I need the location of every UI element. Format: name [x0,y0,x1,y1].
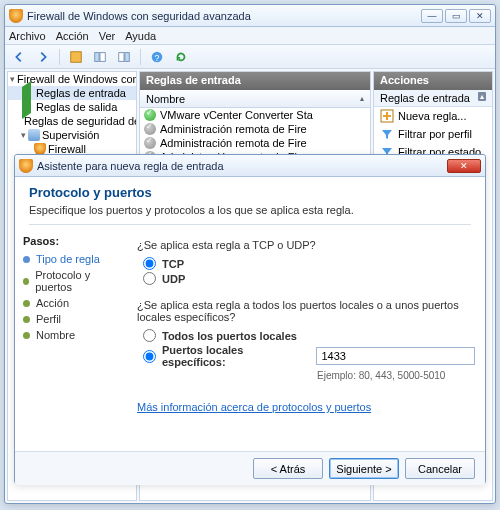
tree-reglas-seguridad[interactable]: Reglas de seguridad de con [8,114,136,128]
radio-tcp[interactable]: TCP [143,257,475,270]
close-button[interactable]: ✕ [469,9,491,23]
tree-item-label: Reglas de entrada [36,87,126,99]
menu-bar: Archivo Acción Ver Ayuda [5,27,495,45]
menu-accion[interactable]: Acción [56,30,89,42]
nav-back-button[interactable] [9,47,29,67]
svg-rect-2 [100,52,105,61]
steps-title: Pasos: [23,235,119,247]
tree-reglas-salida[interactable]: Reglas de salida [8,100,136,114]
more-info-link[interactable]: Más información acerca de protocolos y p… [137,401,371,413]
maximize-button[interactable]: ▭ [445,9,467,23]
wizard-body: Pasos: Tipo de regla Protocolo y puertos… [15,229,485,451]
toolbar-separator [59,49,60,65]
menu-ayuda[interactable]: Ayuda [125,30,156,42]
rule-name: VMware vCenter Converter Sta [160,109,313,121]
nav-forward-button[interactable] [33,47,53,67]
rule-name: Administración remota de Fire [160,123,307,135]
svg-rect-0 [71,51,82,62]
tree-item-label: Reglas de salida [36,101,117,113]
step-protocolo-puertos[interactable]: Protocolo y puertos [23,267,119,295]
next-button[interactable]: Siguiente > [329,458,399,479]
menu-ver[interactable]: Ver [99,30,116,42]
step-bullet-icon [23,256,30,263]
column-header-nombre[interactable]: Nombre▴ [140,90,370,108]
step-perfil[interactable]: Perfil [23,311,119,327]
wizard-steps-panel: Pasos: Tipo de regla Protocolo y puertos… [15,229,127,451]
help-button[interactable]: ? [147,47,167,67]
radio-tcp-input[interactable] [143,257,156,270]
cancel-button[interactable]: Cancelar [405,458,475,479]
action-label: Nueva regla... [398,110,466,122]
show-hide-tree-button[interactable] [90,47,110,67]
step-bullet-icon [23,300,30,307]
toolbar: ? [5,45,495,69]
monitor-icon [28,129,40,141]
tree-item-label: Supervisión [42,129,99,141]
new-rule-icon [380,109,394,123]
column-header-label: Nombre [146,93,185,105]
table-row[interactable]: Administración remota de Fire [140,136,370,150]
rule-disabled-icon [144,137,156,149]
radio-all-ports-input[interactable] [143,329,156,342]
wizard-titlebar[interactable]: Asistente para nueva regla de entrada ✕ [15,155,485,177]
wizard-page-title: Protocolo y puertos [29,185,471,200]
toolbar-separator [140,49,141,65]
app-shield-icon [9,9,23,23]
back-button[interactable]: < Atrás [253,458,323,479]
step-nombre[interactable]: Nombre [23,327,119,343]
actions-group-title: Reglas de entrada▴ [374,90,492,107]
action-nueva-regla[interactable]: Nueva regla... [374,107,492,125]
main-titlebar[interactable]: Firewall de Windows con seguridad avanza… [5,5,495,27]
question-protocol: ¿Se aplica esta regla a TCP o UDP? [137,239,475,251]
refresh-button[interactable] [171,47,191,67]
step-accion[interactable]: Acción [23,295,119,311]
rule-name: Administración remota de Fire [160,137,307,149]
radio-specific-ports-input[interactable] [143,350,156,363]
menu-archivo[interactable]: Archivo [9,30,46,42]
radio-tcp-label: TCP [162,258,184,270]
collapse-icon[interactable]: ▴ [478,92,486,101]
tree-item-label: Reglas de seguridad de con [24,115,137,127]
question-ports: ¿Se aplica esta regla a todos los puerto… [137,299,475,323]
radio-udp[interactable]: UDP [143,272,475,285]
radio-all-ports-label: Todos los puertos locales [162,330,297,342]
action-filtrar-perfil[interactable]: Filtrar por perfil [374,125,492,143]
step-bullet-icon [23,332,30,339]
tree-supervision[interactable]: ▾Supervisión [8,128,136,142]
wizard-dialog: Asistente para nueva regla de entrada ✕ … [14,154,486,484]
wizard-header: Protocolo y puertos Especifique los puer… [15,177,485,229]
radio-specific-ports-label: Puertos locales específicos: [162,344,308,368]
step-label: Perfil [36,313,61,325]
radio-all-ports[interactable]: Todos los puertos locales [143,329,475,342]
main-window-title: Firewall de Windows con seguridad avanza… [27,10,421,22]
wizard-close-button[interactable]: ✕ [447,159,481,173]
shield-icon [19,159,33,173]
minimize-button[interactable]: — [421,9,443,23]
wizard-page-subtitle: Especifique los puertos y protocolos a l… [29,204,471,216]
action-new-button[interactable] [66,47,86,67]
step-label: Nombre [36,329,75,341]
wizard-window-title: Asistente para nueva regla de entrada [37,160,447,172]
table-row[interactable]: Administración remota de Fire [140,122,370,136]
rule-disabled-icon [144,123,156,135]
wizard-form: ¿Se aplica esta regla a TCP o UDP? TCP U… [127,229,485,451]
svg-rect-3 [119,52,124,61]
show-hide-actions-button[interactable] [114,47,134,67]
table-row[interactable]: VMware vCenter Converter Sta [140,108,370,122]
radio-specific-ports[interactable]: Puertos locales específicos: [143,344,308,368]
sort-indicator-icon: ▴ [360,94,364,103]
step-label: Protocolo y puertos [35,269,119,293]
step-bullet-icon [23,278,29,285]
specific-ports-input[interactable] [316,347,475,365]
ports-example-text: Ejemplo: 80, 443, 5000-5010 [317,370,475,381]
rules-pane-header: Reglas de entrada [140,72,370,90]
step-tipo-regla[interactable]: Tipo de regla [23,251,119,267]
step-label: Acción [36,297,69,309]
svg-rect-4 [125,52,129,61]
radio-udp-input[interactable] [143,272,156,285]
action-label: Filtrar por perfil [398,128,472,140]
filter-icon [380,127,394,141]
svg-rect-1 [95,52,99,61]
rule-enabled-icon [144,109,156,121]
step-bullet-icon [23,316,30,323]
